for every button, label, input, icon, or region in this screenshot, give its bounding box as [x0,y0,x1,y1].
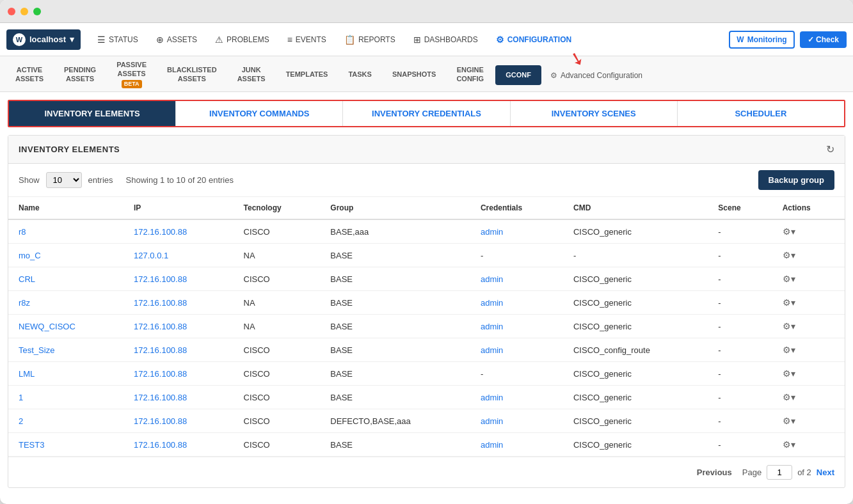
tab-inventory-scenes[interactable]: INVENTORY SCENES [511,101,678,126]
minimize-dot[interactable] [20,8,28,15]
cell-group: BASE [320,244,470,267]
row-name-link[interactable]: LML [19,369,35,379]
row-cred-link[interactable]: admin [481,416,503,426]
nav-items: ☰ STATUS ⊕ ASSETS ⚠ PROBLEMS ≡ EVENTS 📋 … [88,31,728,49]
nav-item-assets[interactable]: ⊕ ASSETS [147,31,206,49]
tab-inventory-scenes-label: INVENTORY SCENES [552,109,636,118]
nav-item-status[interactable]: ☰ STATUS [88,31,147,49]
pagination: Previous Page of 2 Next [8,457,845,487]
cell-group: BASE,aaa [320,219,470,244]
backup-group-button[interactable]: Backup group [758,170,834,190]
page-input[interactable] [767,465,792,480]
action-gear-icon[interactable]: ⚙▾ [783,226,795,237]
cell-cmd: CISCO_generic [563,362,708,386]
row-ip-link[interactable]: 172.16.100.88 [134,345,187,355]
action-gear-icon[interactable]: ⚙▾ [783,250,795,260]
row-ip-link[interactable]: 172.16.100.88 [134,322,187,331]
cell-actions: ⚙▾ [772,362,845,386]
tab-inventory-elements[interactable]: INVENTORY ELEMENTS [9,101,176,126]
row-name-link[interactable]: 2 [19,416,23,426]
row-name-link[interactable]: CRL [19,274,35,284]
row-ip-link[interactable]: 172.16.100.88 [134,298,187,308]
subnav-active-assets[interactable]: ACTIVE ASSETS [6,61,52,90]
table-row: 1 172.16.100.88 CISCO BASE admin CISCO_g… [8,386,845,409]
row-cred-link[interactable]: admin [481,227,503,237]
check-button[interactable]: ✓ Check [800,31,847,48]
nav-label-events: EVENTS [296,35,326,44]
cell-ip: 172.16.100.88 [124,267,234,291]
subnav-passive-assets[interactable]: PASSIVE ASSETS BETA [108,56,155,94]
next-button[interactable]: Next [817,468,834,477]
subnav-tasks[interactable]: TASKS [339,66,380,84]
maximize-dot[interactable] [33,8,41,15]
subnav-templates-label: TEMPLATES [286,70,328,79]
entries-select[interactable]: 10 25 50 100 [46,172,82,188]
row-name-link[interactable]: mo_C [19,251,41,260]
refresh-icon[interactable]: ↻ [826,143,834,155]
row-cred-link[interactable]: admin [481,393,503,402]
page-label: Page [742,468,761,477]
row-cred-link[interactable]: admin [481,345,503,355]
cell-scene: - [708,291,772,315]
nav-label-status: STATUS [109,35,138,44]
row-cred-link[interactable]: admin [481,322,503,331]
showing-text: Showing 1 to 10 of 20 entries [126,175,234,185]
tab-inventory-credentials[interactable]: INVENTORY CREDENTIALS [343,101,510,126]
col-cmd: CMD [563,197,708,219]
tab-scheduler[interactable]: SCHEDULER [678,101,844,126]
action-gear-icon[interactable]: ⚙▾ [783,345,795,355]
row-name-link[interactable]: NEWQ_CISOC [19,322,76,331]
nav-item-configuration[interactable]: ⚙ CONFIGURATION [487,31,580,49]
row-name-link[interactable]: 1 [19,393,23,402]
nav-item-dashboards[interactable]: ⊞ DASHBOARDS [404,31,487,49]
row-cred-link[interactable]: admin [481,298,503,308]
cell-name: 1 [8,386,124,409]
cell-cmd: CISCO_generic [563,409,708,433]
action-gear-icon[interactable]: ⚙▾ [783,274,795,284]
row-ip-link[interactable]: 172.16.100.88 [134,393,187,402]
subnav-advanced-config[interactable]: ⚙ Advanced Configuration [544,67,649,84]
action-gear-icon[interactable]: ⚙▾ [783,297,795,308]
nav-item-events[interactable]: ≡ EVENTS [278,31,335,49]
row-ip-link[interactable]: 127.0.0.1 [134,251,168,260]
row-ip-link[interactable]: 172.16.100.88 [134,369,187,379]
row-ip-link[interactable]: 172.16.100.88 [134,274,187,284]
action-gear-icon[interactable]: ⚙▾ [783,321,795,331]
row-ip-link[interactable]: 172.16.100.88 [134,227,187,237]
cell-name: TEST3 [8,433,124,457]
row-name-link[interactable]: r8z [19,298,30,308]
cell-group: BASE [320,267,470,291]
row-ip-link[interactable]: 172.16.100.88 [134,416,187,426]
subnav-pending-assets[interactable]: PENDING ASSETS [55,61,105,90]
brand-button[interactable]: W localhost ▾ [6,29,81,50]
subnav-gconf[interactable]: GCONF [495,65,541,84]
subnav-templates[interactable]: TEMPLATES [277,66,337,84]
row-name-link[interactable]: r8 [19,227,26,237]
nav-item-reports[interactable]: 📋 REPORTS [335,31,404,49]
row-ip-link[interactable]: 172.16.100.88 [134,440,187,450]
subnav-snapshots[interactable]: SNAPSHOTS [383,66,445,84]
cell-name: Test_Size [8,338,124,362]
row-name-link[interactable]: Test_Size [19,345,54,355]
subnav-blacklisted-assets[interactable]: BLACKLISTED ASSETS [158,61,226,90]
action-gear-icon[interactable]: ⚙▾ [783,416,795,426]
nav-item-problems[interactable]: ⚠ PROBLEMS [206,31,278,49]
subnav-engine-config[interactable]: ENGINE CONFIG [447,61,493,90]
row-cred-link[interactable]: admin [481,274,503,284]
subnav-junk-assets[interactable]: JUNK ASSETS [228,61,275,90]
problems-icon: ⚠ [215,35,223,45]
action-gear-icon[interactable]: ⚙▾ [783,368,795,379]
previous-button[interactable]: Previous [692,465,737,480]
nav-label-configuration: CONFIGURATION [507,35,571,44]
cell-tech: CISCO [234,433,321,457]
cell-group: BASE [320,433,470,457]
app-window: W localhost ▾ ☰ STATUS ⊕ ASSETS ⚠ PROBLE… [0,0,853,504]
row-cred-link[interactable]: admin [481,440,503,450]
host-label: localhost [29,35,66,44]
monitoring-button[interactable]: W Monitoring [729,31,794,49]
tab-inventory-commands[interactable]: INVENTORY COMMANDS [176,101,343,126]
action-gear-icon[interactable]: ⚙▾ [783,439,795,450]
close-dot[interactable] [8,8,15,15]
action-gear-icon[interactable]: ⚙▾ [783,392,795,402]
row-name-link[interactable]: TEST3 [19,440,44,450]
